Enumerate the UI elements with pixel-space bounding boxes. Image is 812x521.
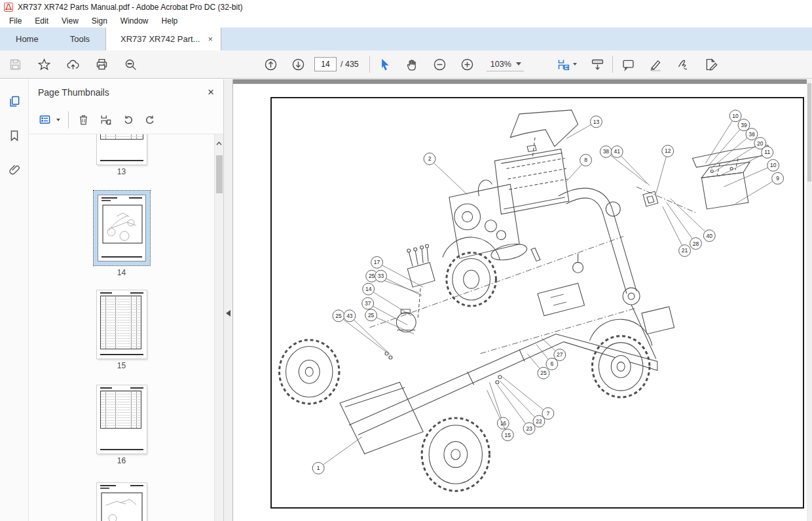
toolbar-separator <box>612 56 613 73</box>
rotate-left-icon[interactable] <box>119 111 137 129</box>
svg-text:1: 1 <box>317 465 320 471</box>
panel-scrollbar[interactable] <box>214 134 223 521</box>
svg-text:2: 2 <box>428 155 432 162</box>
panel-divider[interactable] <box>223 79 233 521</box>
search-icon[interactable] <box>120 54 140 74</box>
highlight-icon[interactable] <box>646 54 665 74</box>
document-scrollbar-thumb[interactable] <box>807 83 811 182</box>
menu-sign[interactable]: Sign <box>85 15 114 27</box>
cloud-upload-icon[interactable] <box>63 54 83 74</box>
thumbnail-page-16[interactable]: 16 <box>97 385 147 465</box>
svg-text:17: 17 <box>374 259 380 265</box>
thumbnail-label: 14 <box>94 268 150 277</box>
zoom-in-icon[interactable] <box>458 54 477 74</box>
tab-home[interactable]: Home <box>0 28 54 50</box>
attachments-icon[interactable] <box>7 162 22 178</box>
star-icon[interactable] <box>34 54 54 74</box>
page-fit-icon[interactable] <box>553 54 573 74</box>
svg-text:7: 7 <box>547 410 550 417</box>
thumbnail-page-13[interactable]: 13 <box>97 134 147 176</box>
document-scrollbar[interactable] <box>807 79 812 521</box>
thumbnail-label: 16 <box>97 456 147 465</box>
panel-toolbar <box>29 106 223 134</box>
panel-title: Page Thumbnails <box>38 87 208 98</box>
page-number-input[interactable] <box>314 57 337 71</box>
svg-text:43: 43 <box>346 313 353 319</box>
menu-edit[interactable]: Edit <box>28 15 55 27</box>
svg-text:8: 8 <box>584 157 587 163</box>
tab-tools[interactable]: Tools <box>54 28 105 50</box>
rotate-right-icon[interactable] <box>141 111 159 129</box>
menu-help[interactable]: Help <box>155 15 185 27</box>
svg-text:6: 6 <box>551 360 554 367</box>
svg-text:40: 40 <box>707 233 713 239</box>
fill-sign-icon[interactable] <box>673 54 693 74</box>
zoom-out-icon[interactable] <box>430 54 450 74</box>
save-icon[interactable] <box>5 54 25 74</box>
toolbar-separator <box>369 56 370 73</box>
thumbnails-panel: Page Thumbnails × <box>29 79 223 521</box>
svg-text:10: 10 <box>770 162 777 168</box>
scroll-up-icon[interactable] <box>215 140 223 147</box>
comment-icon[interactable] <box>618 54 638 74</box>
crop-pages-icon[interactable] <box>96 111 115 129</box>
page-thumbnails-icon[interactable] <box>7 94 22 109</box>
select-tool-icon[interactable] <box>375 54 395 74</box>
tab-document[interactable]: XR737 XR742 Part... × <box>105 28 221 50</box>
collapse-panel-icon[interactable] <box>226 310 231 317</box>
svg-text:33: 33 <box>378 273 384 279</box>
svg-text:38: 38 <box>748 131 755 138</box>
svg-text:14: 14 <box>365 286 372 292</box>
trash-icon[interactable] <box>74 111 92 129</box>
svg-text:15: 15 <box>505 432 511 438</box>
thumbnail-page-17[interactable] <box>97 483 147 521</box>
svg-text:10: 10 <box>732 113 739 119</box>
chevron-down-icon[interactable] <box>56 119 60 121</box>
navigation-rail <box>0 79 29 521</box>
edit-pdf-icon[interactable] <box>701 54 720 74</box>
parts-diagram-figure: 1328384112103938201110940282117253314372… <box>270 97 804 509</box>
chevron-down-icon[interactable] <box>573 63 577 66</box>
svg-text:12: 12 <box>665 147 671 154</box>
parts-diagram-svg: 1328384112103938201110940282117253314372… <box>272 98 803 507</box>
hand-tool-icon[interactable] <box>403 54 422 74</box>
menu-bar: File Edit View Sign Window Help <box>0 14 812 28</box>
thumbnail-list: 13 <box>29 134 223 521</box>
page-total-label: / 435 <box>341 60 359 69</box>
svg-text:28: 28 <box>693 241 699 247</box>
panel-scrollbar-thumb[interactable] <box>216 155 223 193</box>
svg-text:38: 38 <box>603 148 610 155</box>
zoom-level-select[interactable]: 103% <box>487 58 524 71</box>
svg-text:25: 25 <box>369 273 375 279</box>
window-title: XR737 XR742 Parts Manual.pdf - Adobe Acr… <box>18 3 243 12</box>
svg-text:27: 27 <box>557 351 563 358</box>
options-icon[interactable] <box>35 111 54 129</box>
acrobat-window: XR737 XR742 Parts Manual.pdf - Adobe Acr… <box>0 0 812 521</box>
panel-close-icon[interactable]: × <box>208 86 214 99</box>
page-down-icon[interactable] <box>288 54 308 74</box>
menu-window[interactable]: Window <box>114 15 155 27</box>
svg-text:13: 13 <box>593 119 600 125</box>
print-icon[interactable] <box>92 54 111 74</box>
thumbnail-page-15[interactable]: 15 <box>97 290 147 370</box>
machine-sketch <box>280 110 771 491</box>
page-up-icon[interactable] <box>261 54 280 74</box>
thumbnail-page-14[interactable]: 14 <box>94 191 150 277</box>
chevron-down-icon <box>516 62 521 66</box>
fit-width-icon[interactable] <box>587 54 607 74</box>
document-area[interactable]: 1328384112103938201110940282117253314372… <box>233 79 812 521</box>
menu-file[interactable]: File <box>3 15 28 27</box>
tab-document-label: XR737 XR742 Part... <box>120 34 200 44</box>
tab-close-icon[interactable]: × <box>208 34 213 44</box>
acrobat-app-icon <box>4 3 13 12</box>
title-bar: XR737 XR742 Parts Manual.pdf - Adobe Acr… <box>0 0 812 14</box>
pdf-page[interactable]: 1328384112103938201110940282117253314372… <box>233 84 807 521</box>
svg-text:20: 20 <box>757 140 764 147</box>
menu-view[interactable]: View <box>55 15 85 27</box>
tab-bar: Home Tools XR737 XR742 Part... × <box>0 28 812 50</box>
svg-text:25: 25 <box>540 370 547 376</box>
svg-text:25: 25 <box>335 313 342 319</box>
main-toolbar: / 435 <box>0 50 812 79</box>
bookmarks-icon[interactable] <box>7 128 22 144</box>
svg-text:21: 21 <box>682 247 688 254</box>
